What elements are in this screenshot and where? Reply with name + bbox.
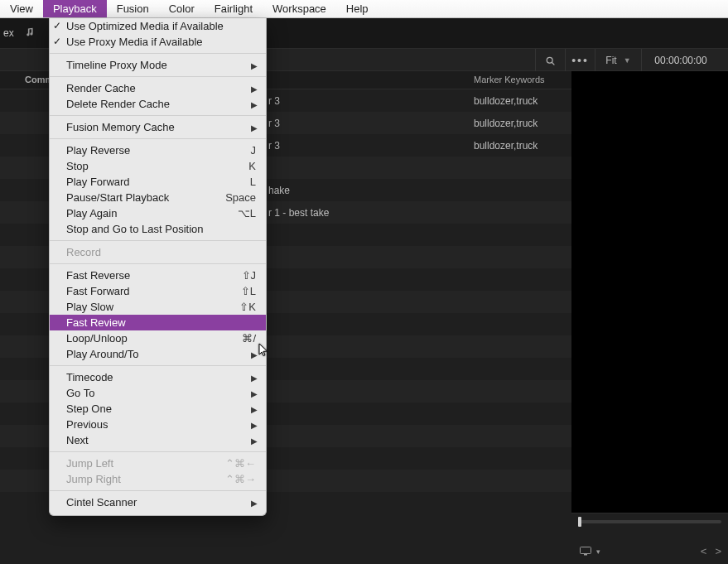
menu-item-label: Stop and Go to Last Position	[66, 223, 204, 235]
chevron-down-icon: ▼	[624, 56, 631, 65]
menu-item-label: Jump Left	[66, 457, 113, 470]
jog-slider[interactable]	[578, 520, 721, 523]
menu-item-label: Play Slow	[66, 301, 113, 313]
menu-item-label: Play Reverse	[66, 144, 130, 157]
menu-shortcut: ⌃⌘←	[225, 456, 256, 471]
menu-item-label: Fast Reverse	[66, 269, 130, 282]
menu-item-loop-unloop[interactable]: Loop/Unloop⌘/	[50, 330, 266, 346]
submenu-arrow-icon: ▶	[251, 97, 258, 113]
menu-item-timeline-proxy-mode[interactable]: Timeline Proxy Mode▶	[50, 57, 266, 73]
toolbar-fragment-label: ex	[3, 27, 14, 39]
submenu-arrow-icon: ▶	[251, 417, 258, 433]
os-menubar: View Playback Fusion Color Fairlight Wor…	[0, 0, 728, 18]
menu-item-label: Timeline Proxy Mode	[66, 59, 167, 71]
svg-rect-3	[584, 554, 587, 556]
menu-item-label: Record	[66, 246, 101, 258]
menu-item-pause-start-playback[interactable]: Pause/Start PlaybackSpace	[50, 190, 266, 205]
menu-item-stop-and-go-to-last-position[interactable]: Stop and Go to Last Position	[50, 221, 266, 237]
menu-separator	[50, 115, 266, 116]
submenu-arrow-icon: ▶	[251, 58, 258, 74]
timecode-display[interactable]: 00:00:00:00	[641, 49, 720, 72]
menu-view[interactable]: View	[0, 0, 43, 17]
menu-item-go-to[interactable]: Go To▶	[50, 385, 266, 401]
menu-separator	[50, 138, 266, 139]
menu-separator	[50, 451, 266, 452]
slider-knob[interactable]	[578, 517, 581, 527]
menu-item-label: Fusion Memory Cache	[66, 121, 175, 133]
menu-item-previous[interactable]: Previous▶	[50, 417, 266, 432]
menu-item-fusion-memory-cache[interactable]: Fusion Memory Cache▶	[50, 119, 266, 135]
menu-separator	[50, 240, 266, 241]
viewer-footer: ▾ < >	[571, 513, 728, 564]
playback-menu: ✓Use Optimized Media if Available✓Use Pr…	[49, 18, 267, 516]
menu-item-label: Cintel Scanner	[66, 496, 137, 509]
menu-item-timecode[interactable]: Timecode▶	[50, 369, 266, 385]
submenu-arrow-icon: ▶	[251, 370, 258, 386]
search-button[interactable]	[535, 49, 565, 72]
menu-item-play-around-to[interactable]: Play Around/To▶	[50, 346, 266, 362]
menu-help[interactable]: Help	[336, 0, 378, 17]
menu-item-label: Play Around/To	[66, 348, 138, 360]
svg-point-0	[547, 57, 552, 63]
submenu-arrow-icon: ▶	[251, 495, 258, 511]
menu-item-fast-reverse[interactable]: Fast Reverse⇧J	[50, 268, 266, 283]
music-note-icon[interactable]	[24, 26, 35, 41]
menu-shortcut: ⇧J	[242, 268, 257, 283]
menu-playback[interactable]: Playback	[43, 0, 107, 17]
menu-item-label: Delete Render Cache	[66, 98, 170, 110]
menu-item-label: Loop/Unloop	[66, 332, 128, 345]
menu-item-delete-render-cache[interactable]: Delete Render Cache▶	[50, 96, 266, 112]
menu-fairlight[interactable]: Fairlight	[205, 0, 263, 17]
zoom-fit-label: Fit	[605, 55, 616, 66]
menu-item-cintel-scanner[interactable]: Cintel Scanner▶	[50, 494, 266, 510]
menu-workspace[interactable]: Workspace	[263, 0, 336, 17]
menu-item-label: Stop	[66, 160, 89, 172]
menu-separator	[50, 53, 266, 54]
menu-fusion[interactable]: Fusion	[107, 0, 159, 17]
menu-shortcut: ⌥L	[238, 205, 256, 221]
submenu-arrow-icon: ▶	[251, 347, 258, 363]
menu-item-next[interactable]: Next▶	[50, 432, 266, 448]
menu-item-label: Pause/Start Playback	[66, 191, 169, 204]
menu-item-label: Step One	[66, 403, 112, 415]
submenu-arrow-icon: ▶	[251, 386, 258, 402]
svg-line-1	[552, 62, 554, 65]
submenu-arrow-icon: ▶	[251, 81, 258, 97]
menu-item-play-reverse[interactable]: Play ReverseJ	[50, 142, 266, 158]
menu-separator	[50, 490, 266, 491]
next-button[interactable]: >	[715, 545, 721, 557]
menu-separator	[50, 365, 266, 366]
column-marker-keywords[interactable]: Marker Keywords	[474, 75, 545, 84]
menu-item-jump-right: Jump Right⌃⌘→	[50, 471, 266, 487]
chevron-down-icon: ▾	[596, 547, 600, 556]
menu-item-stop[interactable]: StopK	[50, 158, 266, 174]
submenu-arrow-icon: ▶	[251, 120, 258, 136]
menu-separator	[50, 76, 266, 77]
menu-item-use-proxy-media-if-available[interactable]: ✓Use Proxy Media if Available	[50, 34, 266, 50]
menu-item-label: Fast Forward	[66, 285, 130, 297]
display-mode-button[interactable]: ▾	[580, 547, 600, 556]
menu-item-label: Jump Right	[66, 473, 121, 485]
menu-shortcut: ⇧K	[239, 299, 256, 315]
more-options-button[interactable]: •••	[565, 49, 595, 72]
menu-item-render-cache[interactable]: Render Cache▶	[50, 80, 266, 96]
menu-item-label: Fast Review	[66, 316, 126, 329]
submenu-arrow-icon: ▶	[251, 433, 258, 449]
menu-item-play-forward[interactable]: Play ForwardL	[50, 174, 266, 190]
menu-item-play-slow[interactable]: Play Slow⇧K	[50, 299, 266, 315]
zoom-fit-dropdown[interactable]: Fit ▼	[595, 49, 641, 72]
menu-item-label: Use Proxy Media if Available	[66, 36, 203, 48]
menu-item-use-optimized-media-if-available[interactable]: ✓Use Optimized Media if Available	[50, 18, 266, 34]
menu-item-step-one[interactable]: Step One▶	[50, 401, 266, 417]
menu-item-label: Timecode	[66, 371, 113, 383]
menu-item-play-again[interactable]: Play Again⌥L	[50, 205, 266, 221]
menu-item-fast-review[interactable]: Fast Review	[50, 315, 266, 330]
svg-rect-2	[581, 547, 591, 554]
menu-shortcut: J	[251, 142, 257, 158]
prev-button[interactable]: <	[701, 545, 707, 557]
menu-item-fast-forward[interactable]: Fast Forward⇧L	[50, 283, 266, 299]
menu-shortcut: ⌃⌘→	[225, 471, 256, 487]
menu-color[interactable]: Color	[159, 0, 205, 17]
menu-separator	[50, 263, 266, 264]
viewer-panel	[571, 71, 728, 513]
